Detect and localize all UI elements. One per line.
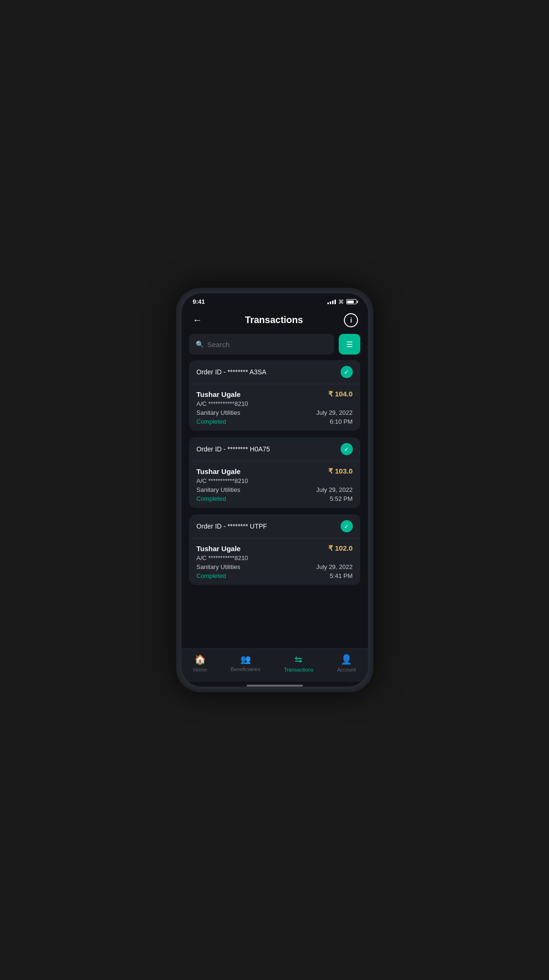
status-text-1: Completed [197,418,226,425]
amount-2: ₹ 103.0 [328,467,353,475]
transactions-list: Order ID - ******** A3SA ✓ Tushar Ugale … [182,360,368,648]
account-no-2: A/C ***********8210 [197,477,248,484]
phone-frame: 9:41 ⌘ ← Transactions i [176,288,374,692]
account-icon: 👤 [341,654,352,665]
transaction-card-2[interactable]: Order ID - ******** H0A75 ✓ Tushar Ugale… [189,437,360,508]
info-button[interactable]: i [344,313,358,327]
date-1: July 29, 2022 [316,409,352,416]
time-1: 6:10 PM [330,418,352,425]
transaction-card-3[interactable]: Order ID - ******** UTPF ✓ Tushar Ugale … [189,514,360,585]
nav-beneficiaries[interactable]: 👥 Beneficiaries [231,654,260,672]
status-text-3: Completed [197,572,226,579]
utility-2: Sanitary Utilities [197,486,240,493]
status-check-3: ✓ [341,520,353,532]
person-name-2: Tushar Ugale [197,467,241,475]
card-header-3: Order ID - ******** UTPF ✓ [189,514,360,538]
nav-account-label: Account [337,667,356,672]
status-text-2: Completed [197,495,226,502]
battery-icon [346,299,357,304]
card-body-2: Tushar Ugale ₹ 103.0 A/C ***********8210… [189,461,360,508]
utility-3: Sanitary Utilities [197,563,240,570]
account-no-1: A/C ***********8210 [197,400,248,407]
nav-home-label: Home [193,667,207,672]
phone-screen: 9:41 ⌘ ← Transactions i [182,293,368,687]
beneficiaries-icon: 👥 [240,654,251,664]
filter-icon: ☰ [346,340,353,349]
nav-account[interactable]: 👤 Account [337,654,356,672]
filter-button[interactable]: ☰ [339,334,360,355]
nav-beneficiaries-label: Beneficiaries [231,666,260,672]
status-icons: ⌘ [327,299,357,305]
signal-icon [327,300,336,304]
order-id-2: Order ID - ******** H0A75 [197,445,270,453]
account-no-3: A/C ***********8210 [197,554,248,561]
page-title: Transactions [245,315,303,325]
bottom-indicator [247,685,303,687]
nav-home[interactable]: 🏠 Home [193,654,207,672]
bottom-nav: 🏠 Home 👥 Beneficiaries ⇆ Transactions 👤 … [182,648,368,682]
status-bar: 9:41 ⌘ [182,293,368,307]
status-check-1: ✓ [341,366,353,378]
back-button[interactable]: ← [191,313,204,327]
search-input[interactable] [207,340,327,348]
utility-1: Sanitary Utilities [197,409,240,416]
nav-transactions-label: Transactions [284,667,314,672]
order-id-3: Order ID - ******** UTPF [197,522,267,530]
amount-1: ₹ 104.0 [328,390,353,398]
date-3: July 29, 2022 [316,563,352,570]
card-header-2: Order ID - ******** H0A75 ✓ [189,437,360,461]
home-icon: 🏠 [194,654,206,665]
time-3: 5:41 PM [330,572,352,579]
date-2: July 29, 2022 [316,486,352,493]
wifi-icon: ⌘ [338,299,344,305]
search-input-wrap: 🔍 [189,334,334,355]
transactions-icon: ⇆ [294,654,302,665]
search-bar-container: 🔍 ☰ [182,334,368,360]
page-header: ← Transactions i [182,307,368,334]
transaction-card-1[interactable]: Order ID - ******** A3SA ✓ Tushar Ugale … [189,360,360,431]
order-id-1: Order ID - ******** A3SA [197,368,267,376]
card-header-1: Order ID - ******** A3SA ✓ [189,360,360,384]
nav-transactions[interactable]: ⇆ Transactions [284,654,314,672]
search-icon: 🔍 [196,340,204,348]
amount-3: ₹ 102.0 [328,544,353,553]
person-name-3: Tushar Ugale [197,545,241,553]
card-body-1: Tushar Ugale ₹ 104.0 A/C ***********8210… [189,384,360,431]
time-2: 5:52 PM [330,495,352,502]
person-name-1: Tushar Ugale [197,390,241,398]
card-body-3: Tushar Ugale ₹ 102.0 A/C ***********8210… [189,538,360,585]
status-check-2: ✓ [341,443,353,455]
status-time: 9:41 [193,298,205,305]
